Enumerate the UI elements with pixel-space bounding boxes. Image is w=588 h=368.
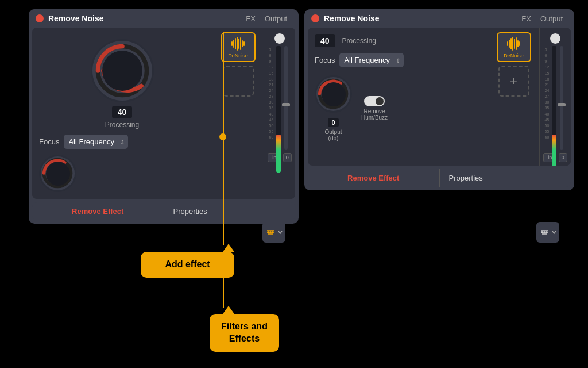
traffic-light-right[interactable] — [311, 14, 319, 22]
scale-num: 40 — [269, 112, 274, 117]
add-effect-connector-line-top — [223, 32, 224, 132]
panel-left-small-knob[interactable] — [39, 155, 76, 192]
scale-num: 12 — [269, 64, 274, 70]
meter-bars-left — [276, 46, 290, 150]
panel-left-remove-effect-button[interactable]: Remove Effect — [32, 202, 164, 220]
svg-point-5 — [272, 231, 274, 233]
dropdown-arrow-icon — [277, 229, 283, 235]
panel-right-hum-toggle[interactable] — [364, 96, 385, 106]
meter-level-r — [552, 135, 556, 166]
fx-bar — [516, 37, 517, 50]
panel-left-output-section: 3 6 9 12 15 18 21 24 27 30 35 40 45 50 — [264, 28, 295, 199]
panel-left-properties-button[interactable]: Properties — [164, 202, 216, 220]
slider-thumb-right — [558, 103, 566, 106]
panel-right-focus-row: Focus All Frequency — [315, 53, 481, 67]
scale-num: 9 — [545, 59, 550, 64]
fx-bar — [514, 39, 515, 49]
panel-left-frequency-select[interactable]: All Frequency — [64, 135, 128, 149]
panel-right: Remove Noise FX Output 40 Processing Foc… — [304, 9, 568, 190]
add-effect-tooltip-box: Add effect — [141, 252, 234, 278]
fx-bar — [507, 41, 508, 46]
panel-right-remove-effect-button[interactable]: Remove Effect — [308, 169, 439, 187]
add-effect-tooltip-arrow-up — [223, 244, 234, 252]
scale-num: 45 — [545, 117, 550, 123]
panel-left-header: Remove Noise FX Output — [29, 9, 299, 28]
panel-left-add-fx-slot[interactable] — [223, 66, 254, 97]
panel-right-output-label: Output — [540, 14, 563, 23]
fx-bar — [231, 41, 233, 46]
scale-num: 50 — [269, 123, 274, 129]
panel-right-body: 40 Processing Focus All Frequency — [308, 28, 571, 166]
fx-waveform-left — [225, 36, 252, 52]
traffic-light-left[interactable] — [36, 14, 44, 22]
fx-bar — [240, 37, 241, 50]
panel-right-processing-label: Processing — [342, 37, 376, 45]
panel-right-hum-label: RemoveHum/Buzz — [361, 108, 388, 121]
meter-bars-right — [552, 46, 566, 150]
panel-left-focus-label: Focus — [39, 137, 59, 146]
scale-num: 21 — [269, 82, 274, 88]
scale-num: 27 — [545, 94, 550, 99]
meter-slider-left[interactable] — [284, 46, 288, 150]
fx-bar — [237, 37, 238, 51]
toggle-thumb-hum — [376, 97, 384, 105]
scale-num: 12 — [545, 64, 550, 70]
panel-right-output-section: 3 6 9 12 15 18 21 24 27 30 35 40 45 50 — [539, 28, 571, 166]
meter-zero-btn-right[interactable]: 0 — [559, 153, 567, 162]
knob-inner-left-small — [46, 162, 70, 186]
meter-zero-btn-left[interactable]: 0 — [283, 153, 292, 162]
fx-bar — [519, 41, 520, 46]
output-meters-left: 3 6 9 12 15 18 21 24 27 30 35 40 45 50 — [269, 46, 291, 150]
scale-num: 50 — [545, 123, 550, 129]
scale-num: 35 — [545, 105, 550, 111]
scale-numbers-right: 3 6 9 12 15 18 21 24 27 30 35 40 45 50 — [545, 46, 550, 150]
scale-num: 27 — [269, 94, 274, 99]
panel-left-fx-denoise[interactable]: DeNoise — [221, 32, 256, 62]
panel-right-properties-button[interactable]: Properties — [440, 169, 492, 187]
panel-left: Remove Noise FX Output 40 Pro — [29, 9, 293, 224]
fx-bar — [238, 39, 239, 49]
meter-slider-right[interactable] — [560, 46, 563, 150]
scale-num: 6 — [545, 53, 550, 59]
svg-point-7 — [543, 231, 546, 233]
scale-num: 55 — [545, 129, 550, 135]
filters-effects-icon — [539, 227, 550, 238]
panel-left-processing-value: 40 — [112, 106, 133, 118]
scale-num: 15 — [269, 71, 274, 76]
panel-right-add-fx-slot[interactable]: + — [498, 66, 529, 97]
meter-track-l — [276, 46, 281, 172]
panel-left-processing-knob[interactable] — [91, 39, 154, 102]
panel-right-output-db-label: Output(db) — [324, 129, 342, 141]
panel-right-output-ball — [550, 33, 560, 44]
add-effect-toolbar-btn[interactable] — [262, 222, 285, 243]
fx-bar — [243, 41, 245, 46]
panel-left-focus-row: Focus All Frequency — [39, 135, 205, 149]
filters-effects-tooltip-container: Filters and Effects — [210, 306, 279, 352]
panel-right-properties-container: Properties — [440, 169, 571, 187]
panel-right-output-knob-group: 0 Output(db) — [315, 75, 352, 141]
filters-effects-toolbar-btn[interactable] — [536, 222, 559, 243]
panel-right-fx-name: DeNoise — [500, 53, 528, 59]
panel-right-frequency-select[interactable]: All Frequency — [339, 53, 404, 67]
panel-left-knob-container: 40 Processing — [85, 39, 160, 129]
output-meters-right: 3 6 9 12 15 18 21 24 27 30 35 40 45 50 — [545, 46, 566, 150]
panel-right-remove-btn-container: Remove Effect — [308, 169, 440, 187]
fx-bar — [242, 40, 243, 47]
dropdown-arrow-icon-right — [551, 229, 557, 235]
panel-right-frequency-wrapper[interactable]: All Frequency — [339, 53, 404, 67]
filters-effects-line1: Filters and — [221, 321, 268, 331]
panel-left-properties-container: Properties — [164, 202, 296, 220]
panel-right-fx-denoise[interactable]: DeNoise — [497, 32, 531, 62]
panel-left-bottom-knobs — [39, 155, 205, 192]
scale-num: 3 — [545, 47, 550, 53]
panel-right-output-knob[interactable] — [315, 75, 352, 113]
fx-bar — [235, 38, 236, 49]
panel-left-output-ball — [274, 33, 285, 44]
scale-num: 24 — [545, 88, 550, 94]
scale-num: 60 — [269, 135, 274, 140]
scale-num: 45 — [269, 117, 274, 123]
panel-left-frequency-wrapper[interactable]: All Frequency — [64, 135, 128, 149]
svg-point-4 — [269, 231, 272, 233]
scale-num: 21 — [545, 82, 550, 88]
panel-right-bottom-knobs: 0 Output(db) RemoveHum/Buzz — [315, 75, 481, 141]
